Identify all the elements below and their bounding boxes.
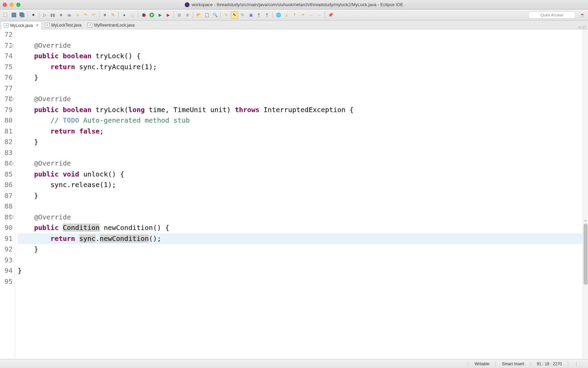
status-cursor-position: 91 : 19 : 2270 <box>530 362 568 366</box>
svg-rect-0 <box>4 13 7 17</box>
prev-annotation-icon[interactable]: ⤒ <box>291 11 298 19</box>
code-line <box>18 276 583 287</box>
toolbar-separator <box>325 12 325 18</box>
next-annotation-icon[interactable]: ⤓ <box>283 11 290 19</box>
minimize-view-icon[interactable]: ▭ <box>578 25 582 29</box>
tab-label: MyLock.java <box>10 23 33 28</box>
status-menu-icon[interactable]: ⋮ <box>568 362 585 366</box>
code-line <box>18 29 583 40</box>
maximize-window-icon[interactable] <box>16 3 20 7</box>
editor-tab-bar: J MyLock.java ✕ J MyLockTest.java J MyRe… <box>0 20 588 29</box>
overview-ruler[interactable] <box>583 29 588 359</box>
toolbar-separator <box>138 12 138 18</box>
step-return-icon[interactable]: ↶ <box>90 11 97 19</box>
align-icon[interactable]: ≡ <box>101 11 109 19</box>
toggle-mark-icon[interactable]: ✎ <box>223 11 230 19</box>
search-icon[interactable]: 🔍 <box>211 11 219 19</box>
window-title: workspace - threadstudy/src/main/java/co… <box>185 2 403 7</box>
svg-rect-3 <box>21 14 24 17</box>
code-line <box>18 255 583 266</box>
run-icon[interactable] <box>148 11 156 19</box>
open-task-icon[interactable]: 📋 <box>203 11 211 19</box>
tab-controls: ▭ ▢ <box>578 25 588 29</box>
code-line: return false; <box>18 126 583 137</box>
tab-label: MyReentrantLock.java <box>94 23 134 28</box>
ruler-mark <box>585 220 587 221</box>
title-bar: workspace - threadstudy/src/main/java/co… <box>0 0 588 10</box>
fold-toggle-icon[interactable]: − <box>10 162 13 165</box>
coverage-icon[interactable]: ▶ <box>156 11 164 19</box>
debug-icon[interactable]: 🐞 <box>140 11 147 19</box>
new-package-icon[interactable]: ⊕ <box>184 11 191 19</box>
status-bar: Writable Smart Insert 91 : 19 : 2270 ⋮ <box>0 359 588 368</box>
show-whitespace-icon[interactable]: ¶ <box>255 11 263 19</box>
step-over-icon[interactable]: ↷ <box>82 11 89 19</box>
fold-toggle-icon[interactable]: − <box>10 44 13 47</box>
svg-rect-1 <box>12 13 16 17</box>
stop-icon[interactable]: ■ <box>57 11 65 19</box>
skip-breakpoints-icon[interactable]: ◌ <box>129 11 136 19</box>
resume-icon[interactable]: ▷ <box>41 11 48 19</box>
back-icon[interactable]: ← <box>307 11 315 19</box>
toggle-highlight-icon[interactable]: ✎ <box>231 11 238 19</box>
code-line: @Override <box>18 40 583 51</box>
code-line: public boolean tryLock() { <box>18 51 583 62</box>
close-icon[interactable]: ✕ <box>36 23 39 28</box>
code-line: return sync.tryAcquire(1); <box>18 62 583 73</box>
scrollbar-thumb[interactable] <box>584 224 588 285</box>
refresh-icon[interactable]: ↻ <box>239 11 246 19</box>
toggle-block-icon[interactable]: ▣ <box>247 11 255 19</box>
toolbar-separator <box>193 12 193 18</box>
tab-label: MyLockTest.java <box>51 23 82 28</box>
status-insert-mode: Smart Insert <box>495 362 530 366</box>
new-java-project-icon[interactable]: ⊞ <box>176 11 183 19</box>
code-line: } <box>18 244 583 255</box>
code-line-current: return sync.newCondition(); <box>18 233 583 244</box>
code-line: sync.release(1); <box>18 180 583 190</box>
fold-toggle-icon[interactable]: − <box>10 216 13 219</box>
ruler-mark <box>585 230 587 232</box>
toolbar-separator <box>220 12 221 18</box>
open-type-icon[interactable]: 📂 <box>195 11 202 19</box>
perspective-icon[interactable]: ☕ <box>578 11 586 19</box>
new-icon[interactable] <box>2 11 10 19</box>
pin-icon[interactable]: 📌 <box>327 11 334 19</box>
web-icon[interactable]: 🌐 <box>275 11 282 19</box>
highlight-icon[interactable]: ✎ <box>109 11 117 19</box>
external-tools-icon[interactable]: ▶ <box>164 11 172 19</box>
save-icon[interactable] <box>10 11 18 19</box>
code-line: public Condition newCondition() { <box>18 223 583 233</box>
tab-mylocktest[interactable]: J MyLockTest.java <box>42 21 85 29</box>
quick-access-input[interactable]: Quick Access <box>528 11 576 19</box>
code-editor[interactable]: @Override public boolean tryLock() { ret… <box>15 29 583 359</box>
window-controls <box>3 3 20 7</box>
line-number-gutter: 7273−7475767778−798081828384−8586878889−… <box>0 29 15 359</box>
java-file-icon: J <box>87 23 92 28</box>
step-into-icon[interactable]: ↴ <box>74 11 81 19</box>
forward-icon[interactable]: → <box>315 11 323 19</box>
code-line: } <box>18 72 583 83</box>
last-edit-icon[interactable]: ⬏ <box>299 11 307 19</box>
save-all-icon[interactable] <box>18 11 26 19</box>
code-line: public boolean tryLock(long time, TimeUn… <box>18 105 583 116</box>
code-line: // TODO Auto-generated method stub <box>18 115 583 126</box>
disconnect-icon[interactable]: ⏏ <box>65 11 73 19</box>
maximize-view-icon[interactable]: ▢ <box>583 25 586 29</box>
toolbar-separator <box>99 12 99 18</box>
tab-myreentrantlock[interactable]: J MyReentrantLock.java <box>84 21 137 29</box>
pause-icon[interactable]: ▮▮ <box>49 11 56 19</box>
java-file-icon: J <box>4 23 9 28</box>
close-window-icon[interactable] <box>3 3 7 7</box>
wand-icon[interactable]: ✦ <box>30 11 37 19</box>
fold-toggle-icon[interactable]: − <box>10 97 13 101</box>
tab-mylock[interactable]: J MyLock.java ✕ <box>1 21 42 29</box>
breakpoint-icon[interactable]: ● <box>120 11 128 19</box>
java-file-icon: J <box>45 23 50 28</box>
code-line <box>18 83 583 94</box>
editor-area[interactable]: 7273−7475767778−798081828384−8586878889−… <box>0 29 588 359</box>
toolbar-separator <box>174 12 174 18</box>
code-line <box>18 148 583 158</box>
pilcrow-icon[interactable]: ¶ <box>263 11 271 19</box>
code-line: } <box>18 265 583 276</box>
minimize-window-icon[interactable] <box>10 3 14 7</box>
